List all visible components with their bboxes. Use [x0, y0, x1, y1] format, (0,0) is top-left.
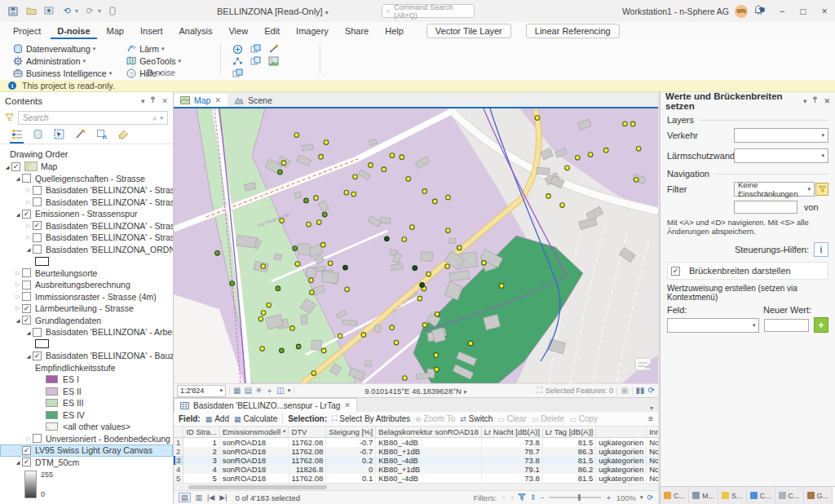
pin-icon[interactable]	[150, 96, 156, 105]
noise-point[interactable]	[422, 189, 427, 194]
contents-search-input[interactable]: Search ⌕ ▾	[18, 111, 168, 125]
table-cell[interactable]: 73.8	[481, 438, 542, 448]
noise-point[interactable]	[338, 334, 342, 338]
noise-point[interactable]	[457, 245, 462, 250]
noise-point[interactable]	[560, 203, 565, 208]
table-cell[interactable]: 3	[183, 456, 219, 465]
image-tool-icon[interactable]	[266, 55, 281, 67]
table-cell[interactable]: 5	[183, 474, 219, 483]
layer-checkbox[interactable]	[22, 292, 31, 301]
filter-select[interactable]: Keine Einschränkungen▾	[734, 182, 815, 197]
add-field-button[interactable]: ▦Add	[205, 414, 229, 423]
layer-item[interactable]: ▷Basisdaten 'BELLINZONA' - Strassenabsch…	[0, 184, 173, 197]
noise-point[interactable]	[435, 312, 440, 317]
filter-icon[interactable]	[5, 113, 14, 123]
noise-point[interactable]	[345, 287, 350, 292]
minimize-button[interactable]: −	[771, 0, 793, 22]
dock-tab-4[interactable]: C...	[775, 487, 804, 504]
noise-point[interactable]	[351, 192, 356, 197]
collapse-icon[interactable]: ◢	[3, 164, 11, 170]
layer-item[interactable]: ◢✓Basisdaten 'BELLINZONA' - Bauzone	[0, 350, 173, 362]
save-icon[interactable]	[7, 6, 20, 17]
snap-icon[interactable]: ✳	[255, 387, 262, 395]
table-cell[interactable]: KB80_+1dB	[376, 465, 482, 474]
layer-checkbox[interactable]: ✓	[11, 162, 20, 171]
redo-dropdown-icon[interactable]: ▾	[98, 7, 101, 15]
legend-header[interactable]: Empfindlichkeitsstufe	[0, 362, 173, 374]
table-cell[interactable]: 81.5	[542, 456, 595, 465]
column-header[interactable]: DTV	[289, 427, 326, 438]
layer-checkbox[interactable]	[22, 281, 31, 290]
noise-point[interactable]	[290, 326, 295, 331]
table-cell[interactable]: 11762.08	[289, 474, 326, 483]
table-cell[interactable]: 1	[183, 438, 219, 448]
noise-point[interactable]	[565, 166, 570, 170]
close-table-icon[interactable]: ✕	[344, 401, 351, 409]
layer-checkbox[interactable]: ✓	[33, 221, 42, 230]
undo-icon[interactable]: ⟲	[60, 6, 73, 17]
zoom-to-button[interactable]: ⊕Zoom To	[415, 414, 455, 423]
table-cell[interactable]: -0.7	[326, 447, 376, 456]
noise-point[interactable]	[468, 341, 473, 346]
noise-point[interactable]	[382, 167, 387, 172]
expand-icon[interactable]: ▷	[24, 223, 33, 229]
layer-item[interactable]: ◢Quelleigenschaften - Strasse	[0, 173, 173, 185]
layer-checkbox[interactable]: ✓	[22, 304, 31, 313]
noise-point[interactable]	[403, 376, 408, 381]
table-tab-menu-icon[interactable]: ▾	[645, 405, 658, 412]
noise-point[interactable]	[215, 251, 220, 256]
table-cell[interactable]: 11826.8	[289, 465, 326, 474]
noise-point[interactable]	[390, 325, 395, 330]
bridge-checkbox[interactable]: ✓	[671, 267, 680, 276]
map-canvas[interactable]: Via Pedemonte Via S. Gottardo	[174, 108, 658, 383]
select-by-attributes-button[interactable]: ⛶Select By Attributes	[332, 414, 410, 423]
row-number[interactable]: 1	[174, 438, 183, 448]
expand-icon[interactable]: ▷	[14, 305, 22, 312]
noise-point[interactable]	[535, 116, 540, 121]
layer-checkbox[interactable]: ✓	[22, 316, 31, 325]
filter-funnel-icon[interactable]	[518, 493, 526, 502]
table-cell[interactable]: 0	[326, 465, 376, 474]
zoom-slider[interactable]	[549, 497, 601, 498]
undo-dropdown-icon[interactable]: ▾	[75, 7, 78, 15]
refresh-map-icon[interactable]: ⟳	[648, 387, 655, 395]
noise-point[interactable]	[276, 286, 281, 291]
legend-item[interactable]: ES III	[0, 397, 173, 409]
noise-point[interactable]	[280, 348, 285, 353]
layer-item[interactable]: ◢✓DTM_50cm	[0, 457, 173, 469]
layer-item[interactable]: ▷Ausbreitungsberechnung	[0, 279, 173, 291]
table-cell[interactable]: KB80_-4dB	[376, 438, 482, 448]
noise-point[interactable]	[446, 228, 451, 233]
laermschutzwand-select[interactable]: ▾	[734, 148, 828, 163]
layer-checkbox[interactable]	[33, 186, 42, 195]
noise-point[interactable]	[309, 278, 314, 283]
dock-tab-2[interactable]: S...	[718, 487, 747, 504]
row-number[interactable]: 3	[174, 456, 183, 465]
table-cell[interactable]: 0.1	[326, 474, 376, 483]
collapse-icon[interactable]: ◢	[24, 329, 33, 335]
table-cell[interactable]: -0.7	[326, 438, 376, 448]
expand-icon[interactable]: ▷	[14, 270, 22, 276]
refresh-table-icon[interactable]: ⟳	[647, 493, 653, 502]
noise-point[interactable]	[310, 290, 315, 295]
noise-point[interactable]	[314, 196, 319, 201]
layer-item[interactable]: ✓LV95 Swiss Light Gray Canvas	[0, 444, 173, 457]
copy-rows-button[interactable]: ▭Copy	[569, 414, 598, 423]
close-tab-icon[interactable]: ✕	[214, 96, 221, 104]
expand-icon[interactable]: ▷	[24, 435, 33, 442]
layer-item[interactable]: ◢Basisdaten 'BELLINZONA_ORDNUNG3' - Arbe…	[0, 244, 173, 256]
table-cell[interactable]: 11762.08	[289, 438, 326, 448]
expand-icon[interactable]: ▷	[24, 187, 33, 193]
layer-item[interactable]: ◢✓Emissionen - Strassenspur	[0, 208, 173, 220]
table-cell[interactable]: ugkategorien	[596, 465, 647, 474]
account-name[interactable]: Workstation1 - n-Sphere AG	[622, 7, 729, 16]
table-cell[interactable]: sonROAD18	[219, 474, 289, 483]
layer-item[interactable]: ◢✓Map	[0, 161, 173, 173]
noise-point[interactable]	[435, 367, 440, 372]
collapse-icon[interactable]: ◢	[24, 246, 33, 252]
noise-point[interactable]	[426, 272, 431, 276]
add-value-button[interactable]: +	[814, 317, 828, 333]
copy-layer-tool-icon[interactable]	[248, 43, 263, 55]
noise-point[interactable]	[281, 161, 286, 166]
noise-point[interactable]	[482, 260, 487, 265]
